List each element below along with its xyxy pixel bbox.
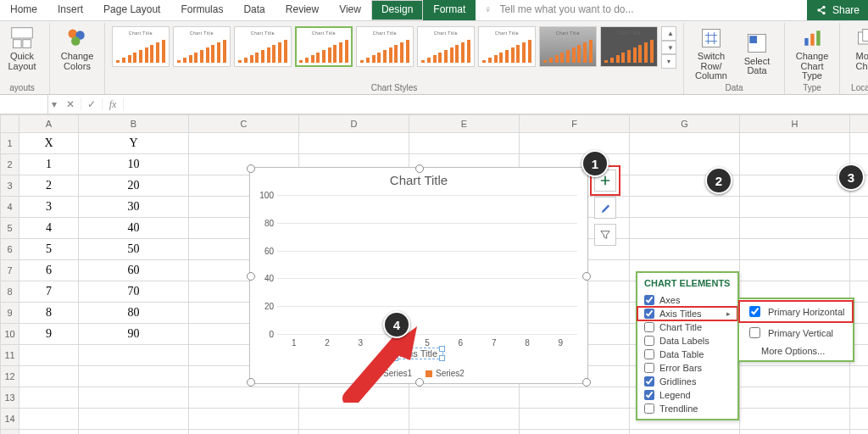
enter-formula-button[interactable]: ✓ (81, 98, 103, 110)
cell[interactable]: 90 (79, 324, 189, 345)
row-header[interactable]: 13 (1, 387, 19, 409)
cell[interactable]: 70 (79, 281, 189, 303)
cell[interactable]: 9 (19, 324, 79, 345)
quick-layout-button[interactable]: Quick Layout (2, 26, 42, 71)
cell[interactable]: 60 (79, 260, 189, 281)
cell[interactable] (630, 197, 740, 218)
chart-style-thumb[interactable]: Chart Title (478, 26, 536, 67)
plot-area[interactable]: 020406080100123456789 (277, 195, 577, 334)
column-header[interactable]: I (850, 115, 869, 133)
tab-insert[interactable]: Insert (47, 0, 93, 20)
cell[interactable] (740, 239, 850, 260)
tab-home[interactable]: Home (0, 0, 47, 20)
cell[interactable] (189, 409, 299, 430)
column-header[interactable]: D (299, 115, 409, 133)
chart-style-thumb[interactable]: Chart Title (112, 26, 170, 67)
tab-review[interactable]: Review (275, 0, 329, 20)
row-header[interactable]: 15 (1, 430, 19, 435)
share-button[interactable]: Share (807, 0, 868, 20)
change-chart-type-button[interactable]: Change Chart Type (792, 26, 832, 81)
cell[interactable] (740, 133, 850, 154)
worksheet-area[interactable]: ABCDEFGHI 1XY211032204330544065507660877… (0, 114, 868, 434)
cell[interactable] (19, 430, 79, 435)
cell[interactable] (850, 387, 869, 409)
switch-row-column-button[interactable]: Switch Row/ Column (691, 26, 732, 81)
cell[interactable] (79, 430, 189, 435)
column-header[interactable]: C (189, 115, 299, 133)
cell[interactable]: Y (79, 133, 189, 154)
row-header[interactable]: 14 (1, 409, 19, 430)
subflyout-item-primary-horizontal[interactable]: Primary Horizontal (739, 301, 853, 322)
chart-title[interactable]: Chart Title (250, 173, 587, 187)
cell[interactable] (740, 387, 850, 409)
cell[interactable] (520, 133, 630, 154)
row-header[interactable]: 10 (1, 324, 19, 345)
cell[interactable] (740, 154, 850, 175)
cell[interactable] (740, 409, 850, 430)
resize-handle[interactable] (582, 378, 591, 387)
tell-me-search[interactable]: ♀ Tell me what you want to do... (476, 0, 642, 20)
cell[interactable] (740, 430, 850, 435)
cell[interactable]: 40 (79, 218, 189, 239)
cell[interactable] (850, 218, 869, 239)
flyout-checkbox[interactable] (644, 363, 654, 373)
chart-style-thumb[interactable]: Chart Title (600, 26, 658, 67)
cell[interactable]: 8 (19, 303, 79, 324)
select-data-button[interactable]: Select Data (737, 26, 777, 81)
cell[interactable] (19, 345, 79, 366)
cell[interactable] (850, 430, 869, 435)
row-header[interactable]: 8 (1, 281, 19, 303)
cell[interactable] (299, 409, 409, 430)
tab-view[interactable]: View (329, 0, 371, 20)
name-box-dropdown[interactable]: ▾ (48, 98, 60, 110)
cell[interactable] (850, 197, 869, 218)
flyout-item-trendline[interactable]: Trendline (637, 402, 737, 415)
cell[interactable]: 7 (19, 281, 79, 303)
tab-data[interactable]: Data (233, 0, 275, 20)
row-header[interactable]: 2 (1, 154, 19, 175)
cell[interactable]: 50 (79, 239, 189, 260)
name-box[interactable] (0, 95, 48, 114)
column-header[interactable]: G (630, 115, 740, 133)
row-header[interactable]: 12 (1, 366, 19, 387)
chart-styles-button[interactable] (594, 197, 616, 219)
flyout-item-legend[interactable]: Legend (637, 388, 737, 402)
resize-handle[interactable] (247, 378, 255, 387)
cell[interactable] (79, 387, 189, 409)
flyout-checkbox[interactable] (644, 322, 654, 332)
cell[interactable] (630, 430, 740, 435)
cell[interactable] (740, 197, 850, 218)
flyout-item-error-bars[interactable]: Error Bars (637, 361, 737, 375)
cell[interactable] (850, 366, 869, 387)
gallery-scroll[interactable]: ▲ ▼ ▾ (661, 26, 676, 69)
cell[interactable] (409, 409, 520, 430)
cell[interactable] (520, 387, 630, 409)
cell[interactable]: 3 (19, 197, 79, 218)
row-header[interactable]: 6 (1, 239, 19, 260)
column-header[interactable]: E (409, 115, 520, 133)
cell[interactable]: 4 (19, 218, 79, 239)
tab-design[interactable]: Design (371, 0, 423, 20)
flyout-checkbox[interactable] (644, 349, 654, 359)
flyout-item-data-table[interactable]: Data Table (637, 348, 737, 361)
column-header[interactable]: F (520, 115, 630, 133)
cell[interactable] (740, 366, 850, 387)
cell[interactable] (19, 409, 79, 430)
gallery-up-button[interactable]: ▲ (661, 26, 676, 41)
row-header[interactable]: 11 (1, 345, 19, 366)
gallery-down-button[interactable]: ▼ (661, 41, 676, 55)
tab-page-layout[interactable]: Page Layout (93, 0, 170, 20)
chart-style-thumb[interactable]: Chart Title (539, 26, 597, 67)
cell[interactable]: 2 (19, 175, 79, 197)
row-header[interactable]: 5 (1, 218, 19, 239)
subflyout-item-primary-vertical[interactable]: Primary Vertical (739, 322, 853, 343)
cell[interactable] (79, 409, 189, 430)
resize-handle[interactable] (247, 164, 255, 173)
cell[interactable] (850, 260, 869, 281)
chart-style-thumb[interactable]: Chart Title (173, 26, 231, 67)
flyout-item-axes[interactable]: Axes (637, 293, 737, 307)
chart-style-thumb[interactable]: Chart Title (295, 26, 353, 67)
cell[interactable] (850, 409, 869, 430)
flyout-checkbox[interactable] (644, 390, 654, 400)
cell[interactable]: 30 (79, 197, 189, 218)
